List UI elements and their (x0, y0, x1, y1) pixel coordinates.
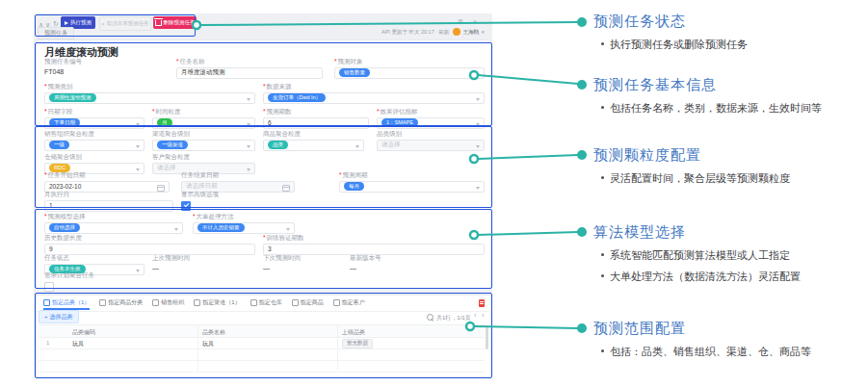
field-sales-org-level: 销售组织聚合粒度 一级 (44, 130, 145, 151)
forecast-cycle-tag: 每月 (344, 182, 364, 191)
forecast-periods-label: 预测期数 (267, 108, 292, 115)
big-order-method-tag: 不计入历史销量 (197, 223, 245, 232)
required-star: * (44, 171, 47, 178)
grid-icon (194, 299, 200, 306)
tab-sales-org[interactable]: 销售组织 (152, 298, 184, 307)
column-divider (197, 324, 198, 371)
field-last-forecast-time: 上次预测时间 — (152, 254, 249, 271)
forecast-category-tag: 周期性滚动预测 (49, 93, 96, 102)
forecast-cycle-select[interactable]: 每月 (339, 181, 485, 193)
search-icon[interactable] (427, 314, 434, 321)
sales-org-level-label: 销售组织聚合粒度 (44, 130, 94, 137)
chevron-down-icon (247, 145, 250, 148)
chevron-down-icon (476, 187, 480, 190)
tab-specified-category[interactable]: 指定品类（1） (43, 298, 90, 307)
field-forecast-periods: *预测期数 6 (263, 108, 369, 129)
required-star: * (263, 83, 266, 90)
field-monthly-exec-day: 月执行日 1 (44, 191, 173, 212)
cell-category-name: 玩具 (202, 340, 214, 348)
chevron-down-icon: ▾ (482, 29, 485, 35)
red-doc-icon[interactable] (479, 299, 485, 307)
demand-plan-agg-label: 需求计划聚合任务 (44, 271, 94, 278)
start-date-value: 2023-02-10 (49, 183, 81, 190)
field-product-level: 商品聚合粒度 品类 (263, 130, 364, 151)
product-level-tag: 品类 (268, 141, 288, 149)
delete-forecast-button[interactable]: 删除预测任务 (153, 16, 197, 29)
chevron-down-icon (247, 123, 250, 126)
channel-level-select[interactable]: 一级渠道 (152, 140, 255, 151)
product-level-select[interactable]: 品类 (263, 140, 364, 151)
refresh-icon[interactable]: ↻ (53, 20, 59, 27)
field-time-granularity: *时间粒度 月 (152, 108, 255, 129)
eval-metric-select[interactable]: 1：SMAPE (377, 117, 485, 129)
category-level-placeholder: 请选择 (381, 141, 401, 149)
category-level-select[interactable]: 请选择 (377, 140, 485, 151)
sales-org-level-select[interactable]: 一级 (44, 140, 145, 151)
history-length-input[interactable]: 9 (44, 244, 255, 255)
field-forecast-object: *预测对象 销售数量 (334, 58, 485, 79)
end-date-label: 任务结束日期 (181, 171, 219, 178)
warehouse-level-label: 仓储聚合级别 (44, 153, 82, 160)
bullet-dot (601, 274, 604, 277)
avatar[interactable] (453, 28, 460, 36)
time-granularity-select[interactable]: 月 (152, 117, 255, 129)
field-start-date: *任务开始日期 2023-02-10 (44, 171, 170, 193)
annotation-bullet: 系统智能匹配预测算法模型或人工指定 (601, 248, 790, 263)
bullet-text: 执行预测任务或删除预测任务 (610, 38, 748, 52)
required-star: * (44, 213, 47, 219)
forecast-category-select[interactable]: 周期性滚动预测 (44, 92, 255, 104)
field-advanced-toggle: 显示高级选项 (181, 191, 258, 211)
table-scrollbar[interactable] (486, 326, 488, 349)
col-parent-category: 上级品类 (342, 328, 365, 337)
forecast-object-select[interactable]: 销售数量 (334, 67, 485, 79)
page-tab[interactable]: 预测任务 (38, 27, 74, 39)
advanced-toggle-label: 显示高级选项 (181, 191, 219, 197)
close-icon[interactable]: × (473, 18, 477, 25)
big-order-method-select[interactable]: 不计入历史销量 (193, 222, 295, 234)
date-field-select[interactable]: 下单日期 (44, 117, 145, 129)
tab-product-class[interactable]: 指定商品分类 (99, 298, 143, 307)
model-select-select[interactable]: 自动选择 (44, 222, 183, 234)
demand-plan-agg-checkbox[interactable] (44, 282, 54, 292)
train-periods-input[interactable]: 3 (263, 244, 485, 255)
task-name-input[interactable]: 月维度滚动预测 (176, 67, 323, 79)
select-category-button[interactable]: + 选择品类 (39, 310, 79, 323)
latest-version-label: 最新版本号 (350, 254, 381, 261)
chevron-down-icon (247, 98, 250, 101)
tab-customer[interactable]: 指定客户 (333, 298, 365, 307)
user-name[interactable]: 王海鸥 (463, 29, 480, 36)
data-source-select[interactable]: 发货订单（Dwd In） (263, 92, 485, 104)
bullet-text: 包括：品类、销售组织、渠道、仓、商品等 (610, 345, 811, 359)
cancel-future-forecast-button[interactable]: × 取消未来预测任务 (99, 16, 151, 31)
chevron-down-icon (476, 145, 480, 148)
tab-channel[interactable]: 指定渠道（1） (194, 298, 240, 307)
forecast-category-label: 预测类别 (48, 83, 73, 90)
data-source-label: 数据来源 (267, 83, 292, 90)
advanced-options-checkbox[interactable] (181, 201, 191, 211)
tabbar-divider (36, 311, 489, 312)
tab-product[interactable]: 指定商品 (292, 298, 324, 307)
latest-version-value: — (350, 265, 432, 271)
annotation-title-basic-info: 预测任务基本信息 (593, 76, 717, 94)
end-date-placeholder: 请选择日期 (186, 182, 218, 191)
task-name-label: 任务名称 (180, 58, 205, 64)
grid-icon (333, 299, 340, 306)
annotated-screenshot-page: ∧ ∨ ↻ 执行预测 × 取消未来预测任务 删除预测任务 ⚙ × API 更新于… (0, 0, 868, 387)
channel-level-label: 渠道聚合级别 (152, 130, 190, 137)
last-forecast-time-label: 上次预测时间 (152, 254, 190, 261)
annotation-title-granularity: 预测颗粒度配置 (593, 146, 701, 165)
start-date-label: 任务开始日期 (48, 171, 86, 178)
prev-page-icon[interactable]: ‹ (474, 312, 477, 320)
annotation-bullet: 包括任务名称，类别，数据来源，生效时间等 (601, 101, 822, 116)
tab-label: 指定商品 (301, 298, 324, 307)
monthly-exec-day-input[interactable]: 1 (44, 200, 173, 212)
next-page-icon[interactable]: › (482, 312, 485, 320)
tab-label: 指定渠道（1） (202, 298, 240, 307)
gear-icon[interactable]: ⚙ (458, 18, 463, 25)
forecast-periods-value: 6 (268, 119, 272, 126)
annotation-title-scope: 预测范围配置 (593, 320, 686, 338)
field-forecast-cycle: *预测周期 每月 (339, 171, 485, 193)
required-star: * (152, 108, 155, 115)
forecast-periods-input[interactable]: 6 (263, 117, 369, 129)
tab-warehouse[interactable]: 指定仓库 (250, 298, 282, 307)
